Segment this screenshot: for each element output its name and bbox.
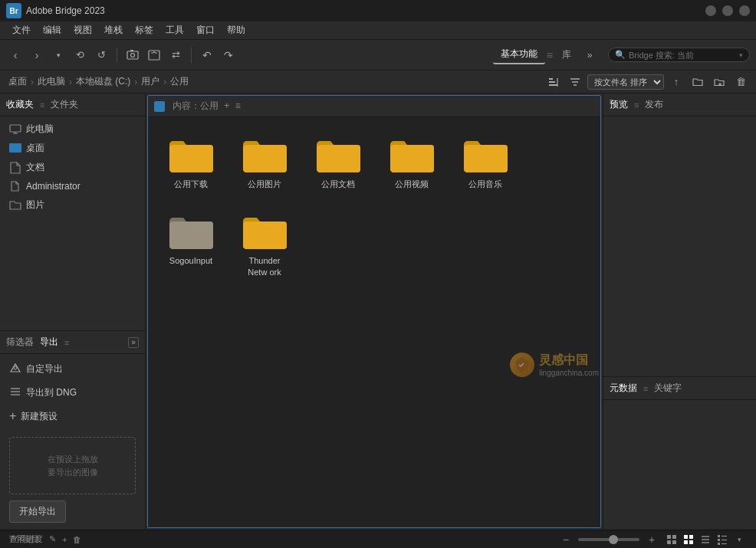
status-controls: − + ▾ bbox=[558, 532, 747, 547]
view-grid-btn[interactable] bbox=[664, 532, 679, 547]
get-photos-button[interactable] bbox=[123, 46, 142, 64]
menu-window[interactable]: 窗口 bbox=[190, 22, 221, 38]
folder-public-documents[interactable]: 公用文档 bbox=[307, 130, 369, 194]
workspace-lib-btn[interactable]: 库 bbox=[554, 46, 579, 64]
tab-keywords[interactable]: 关键字 bbox=[654, 380, 682, 396]
breadcrumb-sort-asc-btn[interactable] bbox=[544, 73, 563, 91]
folder-sougou-input[interactable]: SogouInput bbox=[160, 206, 222, 282]
svg-rect-24 bbox=[689, 540, 693, 544]
menu-edit[interactable]: 编辑 bbox=[37, 22, 67, 38]
fav-documents[interactable]: 文档 bbox=[0, 158, 145, 177]
minimize-button[interactable]: — bbox=[705, 5, 716, 16]
tab-publish[interactable]: 发布 bbox=[645, 97, 663, 113]
export-drop-area: 在预设上拖放 要导出的图像 bbox=[9, 437, 136, 494]
history-button[interactable]: ⟲ bbox=[71, 46, 89, 64]
metadata-tab-bar: 元数据 ≡ 关键字 bbox=[603, 377, 756, 400]
export-expand-btn[interactable]: » bbox=[128, 337, 139, 348]
sort-direction-btn[interactable]: ↑ bbox=[667, 73, 685, 91]
view-details-btn[interactable] bbox=[715, 532, 730, 547]
content-folder-icon bbox=[154, 101, 165, 112]
preview-tab-bar: 预览 ≡ 发布 bbox=[603, 94, 756, 116]
computer-icon bbox=[9, 123, 21, 136]
new-preset-item[interactable]: + 新建预设 bbox=[0, 405, 145, 428]
breadcrumb-desktop[interactable]: 桌面 bbox=[6, 74, 29, 90]
menu-file[interactable]: 文件 bbox=[6, 22, 37, 38]
fav-documents-label: 文档 bbox=[26, 161, 44, 174]
svg-rect-9 bbox=[10, 125, 21, 132]
view-buttons: ▾ bbox=[664, 532, 747, 547]
new-folder-btn[interactable] bbox=[710, 73, 728, 91]
workspace-more-btn[interactable]: » bbox=[580, 46, 599, 64]
folder-public-downloads[interactable]: 公用下载 bbox=[160, 130, 222, 194]
tab-favorites[interactable]: 收藏夹 bbox=[6, 97, 34, 113]
fav-computer-label: 此电脑 bbox=[26, 123, 54, 136]
close-button[interactable]: ✕ bbox=[739, 5, 750, 16]
view-list-btn[interactable] bbox=[698, 532, 713, 547]
nav-dropdown-button[interactable]: ▾ bbox=[49, 46, 67, 64]
zoom-thumb[interactable] bbox=[609, 535, 618, 544]
folder-public-pictures-label: 公用图片 bbox=[248, 179, 281, 189]
folder-icon-public-downloads bbox=[168, 134, 214, 174]
svg-rect-4 bbox=[549, 78, 553, 80]
fav-administrator[interactable]: Administrator bbox=[0, 177, 145, 195]
delete-btn[interactable]: 🗑 bbox=[731, 73, 750, 91]
undo-button[interactable]: ↶ bbox=[198, 46, 216, 64]
menu-help[interactable]: 帮助 bbox=[221, 22, 251, 38]
fav-computer[interactable]: 此电脑 bbox=[0, 120, 145, 139]
sort-select[interactable]: 按文件名 排序 按日期 排序 按大小 排序 bbox=[587, 74, 664, 90]
search-dropdown-icon[interactable]: ▾ bbox=[739, 51, 743, 59]
export-panel: 筛选器 导出 ≡ » 自定导出 导出到 DNG bbox=[0, 330, 145, 530]
menu-stack[interactable]: 堆栈 bbox=[98, 22, 129, 38]
refresh-button[interactable]: ↺ bbox=[92, 46, 110, 64]
breadcrumb-filter-btn[interactable] bbox=[566, 73, 584, 91]
zoom-slider[interactable] bbox=[578, 538, 639, 541]
folder-view-btn[interactable] bbox=[689, 73, 707, 91]
preview-panel: 预览 ≡ 发布 bbox=[603, 94, 756, 376]
folder-public-pictures[interactable]: 公用图片 bbox=[234, 130, 295, 194]
content-plus[interactable]: + bbox=[224, 100, 229, 111]
view-medium-btn[interactable] bbox=[681, 532, 696, 547]
menu-label[interactable]: 标签 bbox=[129, 22, 159, 38]
tab-filter[interactable]: 筛选器 bbox=[6, 334, 34, 350]
custom-export-item[interactable]: 自定导出 bbox=[0, 357, 145, 381]
tab-export[interactable]: 导出 bbox=[40, 334, 58, 350]
breadcrumb-actions: 按文件名 排序 按日期 排序 按大小 排序 ↑ 🗑 bbox=[544, 73, 750, 91]
folder-sougou-input-label: SogouInput bbox=[169, 255, 212, 266]
back-button[interactable]: ‹ bbox=[6, 46, 25, 64]
zoom-minus-btn[interactable]: − bbox=[558, 532, 574, 547]
svg-rect-17 bbox=[667, 535, 671, 539]
folder-public-music[interactable]: 公用音乐 bbox=[455, 130, 516, 194]
breadcrumb-drive[interactable]: 本地磁盘 (C:) bbox=[74, 74, 133, 90]
view-dropdown-btn[interactable]: ▾ bbox=[731, 532, 747, 547]
breadcrumb-sep-3: › bbox=[163, 77, 166, 87]
content-title: 内容：公用 + ≡ bbox=[169, 100, 241, 113]
workspace-basic-btn[interactable]: 基本功能 bbox=[493, 45, 545, 64]
breadcrumb-computer[interactable]: 此电脑 bbox=[35, 74, 67, 90]
toolbar: ‹ › ▾ ⟲ ↺ ⇄ ↶ ↷ 基本功能 ≡ 库 » 🔍 ▾ bbox=[0, 40, 756, 71]
folder-icon-public-music bbox=[462, 134, 508, 174]
desktop-icon bbox=[9, 143, 21, 155]
tab-folder[interactable]: 文件夹 bbox=[51, 97, 78, 113]
menu-tools[interactable]: 工具 bbox=[159, 22, 190, 38]
zoom-plus-btn[interactable]: + bbox=[644, 532, 659, 547]
forward-button[interactable]: › bbox=[28, 46, 46, 64]
redo-button[interactable]: ↷ bbox=[219, 46, 238, 64]
maximize-button[interactable]: □ bbox=[722, 5, 733, 16]
folder-public-videos[interactable]: 公用视频 bbox=[381, 130, 442, 194]
start-export-button[interactable]: 开始导出 bbox=[9, 500, 66, 523]
search-input[interactable] bbox=[629, 51, 736, 60]
tab-preview[interactable]: 预览 bbox=[610, 97, 628, 113]
breadcrumb-sep-1: › bbox=[69, 77, 72, 87]
tab-metadata[interactable]: 元数据 bbox=[610, 380, 637, 396]
breadcrumb-users[interactable]: 用户 bbox=[139, 74, 162, 90]
content-menu-icon[interactable]: ≡ bbox=[235, 100, 241, 111]
fav-pictures[interactable]: 图片 bbox=[0, 195, 145, 215]
folder-thunder-network[interactable]: Thunder Netw ork bbox=[234, 206, 295, 282]
sync-button[interactable]: ⇄ bbox=[166, 46, 185, 64]
export-dng-item[interactable]: 导出到 DNG bbox=[0, 381, 145, 405]
preview-content bbox=[603, 116, 756, 376]
breadcrumb-public[interactable]: 公用 bbox=[168, 74, 191, 90]
fav-desktop[interactable]: 桌面 bbox=[0, 139, 145, 158]
menu-view[interactable]: 视图 bbox=[67, 22, 98, 38]
camera-raw-button[interactable] bbox=[145, 46, 163, 64]
